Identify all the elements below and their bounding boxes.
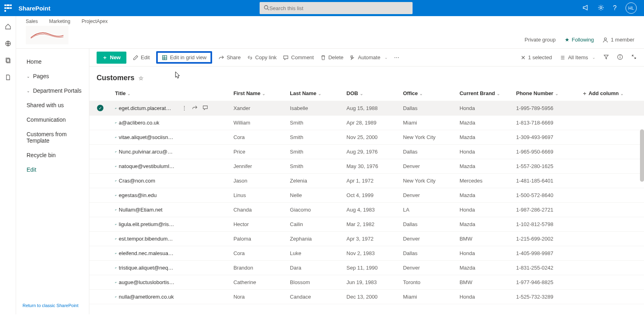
title-cell[interactable]: Nullam@Etiam.net <box>119 207 163 213</box>
more-icon[interactable]: ⋮ <box>182 105 187 112</box>
return-classic-link[interactable]: Return to classic SharePoint <box>16 300 89 311</box>
share-row-icon[interactable] <box>192 105 198 112</box>
last-name-cell: Nelle <box>286 188 342 202</box>
title-cell[interactable]: natoque@vestibulumlorem.edu <box>119 163 175 169</box>
dob-cell: Nov 25, 2000 <box>343 130 399 144</box>
new-button[interactable]: ＋ New <box>97 52 126 64</box>
nav-recycle-bin[interactable]: Recycle bin <box>16 148 89 162</box>
col-office[interactable]: Office⌄ <box>399 86 455 101</box>
table-row[interactable]: ⌐eleifend.nec.malesuada@atrisus.caCoraLu… <box>89 246 644 260</box>
plus-icon: ＋ <box>102 54 107 61</box>
brand-label[interactable]: SharePoint <box>19 5 50 12</box>
col-phone[interactable]: Phone Number⌄ <box>512 86 578 101</box>
office-cell: Miami <box>399 289 455 304</box>
nav-communication[interactable]: Communication <box>16 112 89 127</box>
app-launcher-icon[interactable] <box>3 3 13 13</box>
gear-icon[interactable] <box>598 4 604 12</box>
svg-point-16 <box>620 55 620 56</box>
title-cell[interactable]: est.tempor.bibendum@neccursusa.com <box>119 236 175 242</box>
title-cell[interactable]: a@aclibero.co.uk <box>119 120 159 126</box>
share-button[interactable]: Share <box>219 54 241 60</box>
hub-link-marketing[interactable]: Marketing <box>49 19 70 24</box>
last-name-cell: Dara <box>286 260 342 275</box>
following-label: Following <box>572 37 594 43</box>
checkmark-icon[interactable]: ✓ <box>97 105 103 111</box>
dob-cell: Nov 2, 1983 <box>343 246 399 260</box>
dob-cell: Apr 3, 1972 <box>343 231 399 246</box>
table-row[interactable]: ⌐Nullam@Etiam.netChandaGiacomoAug 4, 198… <box>89 202 644 217</box>
title-cell[interactable]: ligula.elit.pretium@risus.ca <box>119 221 175 227</box>
table-row[interactable]: ✓⌐eget.dictum.placerat@m...⋮XanderIsabel… <box>89 101 644 115</box>
copy-link-button[interactable]: Copy link <box>247 54 277 60</box>
title-cell[interactable]: Nunc.pulvinar.arcu@conubianostraper.edu <box>119 149 175 155</box>
nav-edit-link[interactable]: Edit <box>16 162 89 177</box>
col-dob[interactable]: DOB⌄ <box>343 86 399 101</box>
search-input[interactable] <box>269 5 409 11</box>
col-last-name[interactable]: Last Name⌄ <box>286 86 342 101</box>
avatar[interactable]: HL <box>625 2 637 14</box>
table-row[interactable]: ⌐Cras@non.comJasonZeleniaApr 1, 1972New … <box>89 173 644 188</box>
home-icon[interactable] <box>5 23 11 31</box>
filter-icon[interactable] <box>603 54 609 61</box>
last-name-cell: Cailin <box>286 217 342 231</box>
edit-button[interactable]: Edit <box>133 54 150 60</box>
hub-link-sales[interactable]: Sales <box>26 19 38 24</box>
table-row[interactable]: ⌐egestas@in.eduLinusNelleOct 4, 1999Denv… <box>89 188 644 202</box>
title-cell[interactable]: egestas@in.edu <box>119 192 157 198</box>
megaphone-icon[interactable] <box>582 4 589 12</box>
comment-row-icon[interactable] <box>202 105 208 112</box>
table-row[interactable]: ⌐a@aclibero.co.ukWilliamSmithApr 28, 198… <box>89 115 644 130</box>
automate-button[interactable]: Automate⌄ <box>350 54 388 60</box>
table-row[interactable]: ⌐vitae.aliquet@sociisnatoque.comCoraSmit… <box>89 130 644 144</box>
title-cell[interactable]: vitae.aliquet@sociisnatoque.com <box>119 134 175 140</box>
first-name-cell: Linus <box>229 188 286 202</box>
info-icon[interactable] <box>617 54 623 61</box>
title-cell[interactable]: eget.dictum.placerat@m... <box>119 105 175 111</box>
files-icon[interactable] <box>5 57 11 65</box>
table-row[interactable]: ⌐Nunc.pulvinar.arcu@conubianostraper.edu… <box>89 144 644 159</box>
hub-link-projectapex[interactable]: ProjectApex <box>82 19 108 24</box>
expand-icon[interactable] <box>631 54 637 61</box>
clear-selection[interactable]: ✕ 1 selected <box>521 54 552 61</box>
list-title: Customers <box>97 74 134 82</box>
col-title[interactable]: Title⌄ <box>111 86 229 101</box>
table-row[interactable]: ⌐nulla@ametlorem.co.ukNoraCandaceDec 13,… <box>89 289 644 304</box>
table-row[interactable]: ⌐tristique.aliquet@neque.co.ukBrandonDar… <box>89 260 644 275</box>
brand-cell: Mazda <box>456 130 512 144</box>
office-cell: Denver <box>399 231 455 246</box>
table-row[interactable]: ⌐ligula.elit.pretium@risus.caHectorCaili… <box>89 217 644 231</box>
table-row[interactable]: ⌐augue@luctuslobortisClass.co.ukCatherin… <box>89 275 644 289</box>
following-toggle[interactable]: ★ Following <box>565 37 594 43</box>
title-cell[interactable]: tristique.aliquet@neque.co.uk <box>119 265 175 271</box>
page-icon[interactable] <box>5 74 11 82</box>
favorite-star-icon[interactable]: ☆ <box>138 75 144 81</box>
first-name-cell: Hector <box>229 217 286 231</box>
title-cell[interactable]: augue@luctuslobortisClass.co.uk <box>119 279 175 285</box>
add-column[interactable]: ＋ Add column⌄ <box>578 86 644 101</box>
edit-grid-view-button[interactable]: Edit in grid view <box>156 51 212 64</box>
nav-home[interactable]: Home <box>16 54 89 69</box>
col-first-name[interactable]: First Name⌄ <box>229 86 286 101</box>
more-button[interactable]: ⋯ <box>394 54 399 60</box>
search-box[interactable] <box>260 2 413 14</box>
scrollbar[interactable] <box>640 129 644 182</box>
title-cell[interactable]: eleifend.nec.malesuada@atrisus.ca <box>119 250 175 256</box>
title-cell[interactable]: Cras@non.com <box>119 178 155 184</box>
nav-customers-from-template[interactable]: Customers from Template <box>16 127 89 148</box>
site-logo[interactable] <box>26 26 68 44</box>
comment-button[interactable]: Comment <box>283 54 314 60</box>
delete-button[interactable]: Delete <box>320 54 344 60</box>
brand-cell: Honda <box>456 202 512 217</box>
first-name-cell: Jason <box>229 173 286 188</box>
nav-shared-with-us[interactable]: Shared with us <box>16 98 89 112</box>
help-icon[interactable]: ? <box>613 4 617 12</box>
view-switcher[interactable]: All Items⌄ <box>560 54 595 60</box>
nav-department-portals[interactable]: ⌄Department Portals <box>16 83 89 98</box>
table-row[interactable]: ⌐natoque@vestibulumlorem.eduJenniferSmit… <box>89 159 644 173</box>
col-brand[interactable]: Current Brand⌄ <box>456 86 512 101</box>
table-row[interactable]: ⌐est.tempor.bibendum@neccursusa.comPalom… <box>89 231 644 246</box>
nav-pages[interactable]: ⌄Pages <box>16 69 89 83</box>
title-cell[interactable]: nulla@ametlorem.co.uk <box>119 294 174 300</box>
members[interactable]: 1 member <box>603 37 634 43</box>
globe-icon[interactable] <box>5 40 11 48</box>
